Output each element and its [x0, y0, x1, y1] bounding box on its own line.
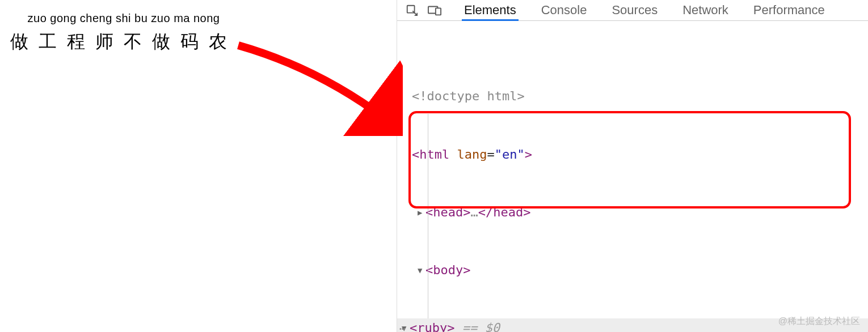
rendered-page-pane: zuo gong cheng shi bu zuo ma nong 做工程师不做…: [0, 0, 397, 332]
dom-head-collapsed[interactable]: ▶<head>…</head>: [412, 203, 862, 222]
watermark-text: @稀土掘金技术社区: [778, 316, 860, 327]
collapse-toggle-icon[interactable]: ▼: [418, 265, 425, 277]
indent-guide: [428, 114, 428, 332]
collapse-toggle-icon[interactable]: ▼: [402, 322, 410, 332]
svg-rect-2: [436, 8, 441, 15]
tab-elements[interactable]: Elements: [452, 0, 529, 20]
red-arrow-annotation: [233, 40, 403, 136]
dom-doctype[interactable]: <!doctype html>: [412, 87, 862, 106]
tab-network[interactable]: Network: [670, 0, 741, 20]
expand-toggle-icon[interactable]: ▶: [418, 207, 425, 219]
tab-console[interactable]: Console: [529, 0, 600, 20]
devtools-tabs: Elements Console Sources Network Perform…: [452, 0, 837, 20]
dom-body-open[interactable]: ▼<body>: [412, 261, 862, 280]
inspect-element-icon[interactable]: [402, 0, 422, 20]
ruby-base-text: 做工程师不做码农: [10, 27, 237, 56]
dom-html-open[interactable]: <html lang="en">: [412, 145, 862, 164]
tab-sources[interactable]: Sources: [599, 0, 670, 20]
devtools-toolbar: Elements Console Sources Network Perform…: [397, 0, 868, 21]
ruby-annotation-text: zuo gong cheng shi bu zuo ma nong: [10, 11, 237, 25]
ruby-element: zuo gong cheng shi bu zuo ma nong 做工程师不做…: [10, 11, 237, 56]
selected-node-marker: == $0: [462, 321, 500, 332]
devtools-panel: Elements Console Sources Network Perform…: [397, 0, 868, 332]
tab-performance[interactable]: Performance: [741, 0, 837, 20]
device-toolbar-icon[interactable]: [424, 0, 445, 20]
dom-tree[interactable]: <!doctype html> <html lang="en"> ▶<head>…: [397, 21, 868, 332]
